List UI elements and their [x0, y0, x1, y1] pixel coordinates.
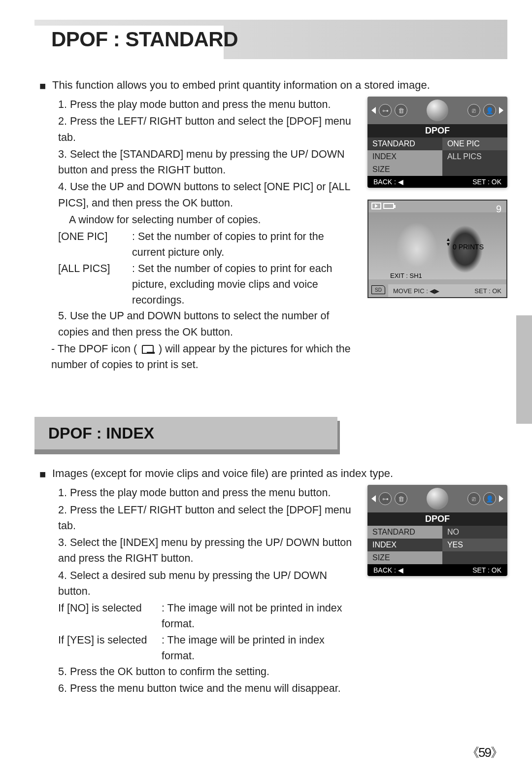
option-text: : The image will not be printed in index… — [162, 600, 353, 632]
section1-title-bar: DPOF : STANDARD — [34, 20, 507, 65]
menu2-blank — [442, 551, 507, 564]
s2-step4: 4. Select a desired sub menu by pressing… — [34, 568, 353, 600]
trash-icon: 🗑 — [395, 492, 407, 505]
menu-icon-row: ⊶ 🗑 ⎚ 👤 — [367, 97, 507, 124]
prints-text: 0 PRINTS — [453, 243, 484, 251]
step5: 5. Use the UP and DOWN buttons to select… — [34, 308, 353, 340]
menu1-set: SET : OK — [472, 178, 501, 186]
menu1-left: STANDARD INDEX SIZE — [367, 137, 442, 176]
move-pic: MOVE PIC : ◀▶ — [393, 287, 439, 295]
back-label: BACK : — [373, 566, 396, 574]
note-a: - The DPOF icon ( — [51, 343, 137, 355]
option-onepic: [ONE PIC] : Set the number of copies to … — [34, 229, 353, 261]
play-icon — [371, 203, 381, 209]
menu1-index: INDEX — [367, 150, 442, 163]
menu2-footer: BACK : ◀ SET : OK — [367, 564, 507, 576]
trash-icon: 🗑 — [395, 104, 407, 117]
option-text: : Set the number of copies to print for … — [132, 261, 353, 308]
dpof-icon-note: - The DPOF icon ( ) will appear by the p… — [34, 341, 353, 373]
menu1-back: BACK : ◀ — [373, 178, 403, 186]
prints-label: ▲▼ 0 PRINTS — [448, 243, 484, 251]
section1-intro: This function allows you to embed print … — [39, 79, 507, 92]
menu1-onepic: ONE PIC — [442, 137, 507, 150]
menu2-body: STANDARD INDEX SIZE NO YES — [367, 526, 507, 564]
s2-option-no: If [NO] is selected : The image will not… — [34, 600, 353, 632]
option-text: : The image will be printed in index for… — [162, 632, 353, 664]
option-allpics: [ALL PICS] : Set the number of copies to… — [34, 261, 353, 308]
section2-columns: 1. Press the play mode button and press … — [34, 485, 507, 697]
menu-icon-row: ⊶ 🗑 ⎚ 👤 — [367, 485, 507, 512]
s2-step2: 2. Press the LEFT/ RIGHT button and sele… — [34, 502, 353, 534]
menu2-back: BACK : ◀ — [373, 566, 403, 574]
battery-icon — [383, 203, 394, 209]
s2-step5: 5. Press the OK button to confirm the se… — [34, 664, 353, 679]
preview-image — [368, 212, 506, 279]
menu2-yes: YES — [442, 539, 507, 551]
option-label: [ONE PIC] — [58, 229, 132, 261]
option-label: If [NO] is selected — [58, 600, 162, 632]
chevron-left-icon — [371, 107, 376, 114]
sd-icon: SD — [371, 285, 385, 294]
step3: 3. Select the [STANDARD] menu by pressin… — [34, 146, 353, 178]
section2-text: 1. Press the play mode button and press … — [34, 485, 353, 697]
menu2-title: DPOF — [367, 512, 507, 526]
page-number: 《59》 — [466, 744, 502, 761]
chevron-left-icon — [371, 495, 376, 502]
menu2-standard: STANDARD — [367, 526, 442, 539]
key-icon: ⊶ — [379, 492, 392, 505]
preview-set: SET : OK — [474, 287, 501, 295]
menu1-blank — [442, 163, 507, 176]
dpof-tab-icon — [427, 488, 448, 509]
option-text: : Set the number of copies to print for … — [132, 229, 353, 261]
menu2-index: INDEX — [367, 539, 442, 551]
section2-intro: Images (except for movie clips and voice… — [39, 467, 507, 480]
section1-screens: ⊶ 🗑 ⎚ 👤 DPOF STANDARD INDEX SIZE — [367, 97, 507, 373]
person-icon: 👤 — [483, 492, 496, 505]
section2-title: DPOF : INDEX — [48, 424, 154, 442]
subtitle-bar: DPOF : INDEX — [34, 417, 337, 449]
icon-bar-left: ⊶ 🗑 — [371, 492, 407, 505]
menu1-footer: BACK : ◀ SET : OK — [367, 176, 507, 188]
dpof-tab-icon — [427, 100, 448, 121]
step4-note: A window for selecting number of copies. — [34, 212, 353, 228]
menu1-body: STANDARD INDEX SIZE ONE PIC ALL PICS — [367, 137, 507, 176]
exit-label: EXIT : SH1 — [390, 272, 422, 279]
section1-title: DPOF : STANDARD — [51, 28, 238, 51]
step2: 2. Press the LEFT/ RIGHT button and sele… — [34, 113, 353, 145]
menu2-left: STANDARD INDEX SIZE — [367, 526, 442, 564]
section2-title-bar: DPOF : INDEX — [34, 417, 507, 455]
icon-bar-right: ⎚ 👤 — [467, 104, 503, 117]
menu2-no: NO — [442, 526, 507, 539]
chevron-right-icon — [499, 107, 503, 114]
manual-page: DPOF : STANDARD This function allows you… — [0, 0, 532, 781]
s2-step6: 6. Press the menu button twice and the m… — [34, 680, 353, 696]
back-label: BACK : — [373, 178, 396, 186]
section1-text: 1. Press the play mode button and press … — [34, 97, 353, 373]
camera-preview: 9 ▲▼ 0 PRINTS EXIT : SH1 SD MOVE PIC : ◀… — [367, 200, 507, 298]
card-icon: ⎚ — [467, 104, 480, 117]
icon-bar-right: ⎚ 👤 — [467, 492, 503, 505]
menu1-allpics: ALL PICS — [442, 150, 507, 163]
person-icon: 👤 — [483, 104, 496, 117]
dpof-icon — [142, 345, 154, 354]
option-label: [ALL PICS] — [58, 261, 132, 308]
camera-menu-2: ⊶ 🗑 ⎚ 👤 DPOF STANDARD INDEX SIZE — [367, 485, 507, 576]
menu2-right: NO YES — [442, 526, 507, 564]
menu1-right: ONE PIC ALL PICS — [442, 137, 507, 176]
side-tab — [516, 315, 532, 424]
section1-columns: 1. Press the play mode button and press … — [34, 97, 507, 373]
step1: 1. Press the play mode button and press … — [34, 97, 353, 112]
preview-bottom: MOVE PIC : ◀▶ SET : OK — [388, 284, 506, 297]
menu1-standard: STANDARD — [367, 137, 442, 150]
menu2-size: SIZE — [367, 551, 442, 564]
menu1-size: SIZE — [367, 163, 442, 176]
menu2-set: SET : OK — [472, 566, 501, 574]
s2-step3: 3. Select the [INDEX] menu by pressing t… — [34, 535, 353, 567]
s2-step1: 1. Press the play mode button and press … — [34, 485, 353, 501]
updown-icon: ▲▼ — [446, 237, 451, 247]
s2-option-yes: If [YES] is selected : The image will be… — [34, 632, 353, 664]
icon-bar-left: ⊶ 🗑 — [371, 104, 407, 117]
card-icon: ⎚ — [467, 492, 480, 505]
option-label: If [YES] is selected — [58, 632, 162, 664]
chevron-right-icon — [499, 495, 503, 502]
